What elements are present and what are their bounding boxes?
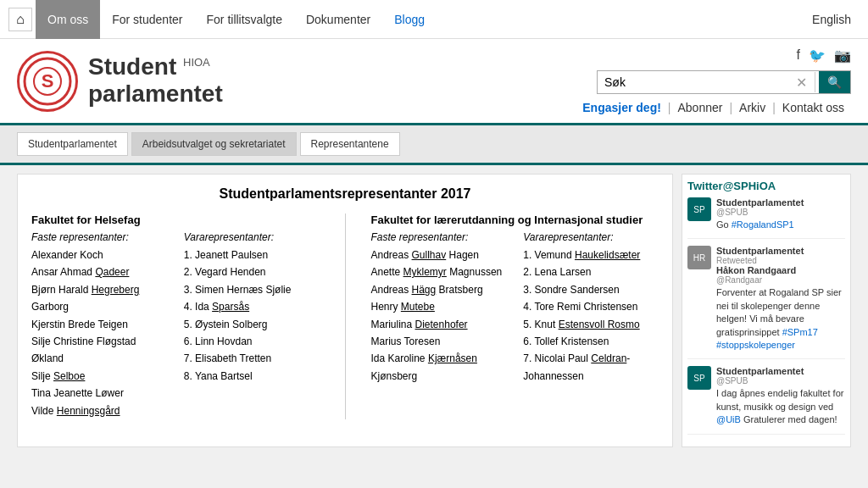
- sub-navigation: Studentparlamentet Arbeidsutvalget og se…: [0, 125, 868, 165]
- tweet-text-1: Go #RogalandSP1: [716, 219, 804, 231]
- vara-laererutdanning-label: Vararepresentanter:: [523, 231, 659, 243]
- instagram-icon[interactable]: 📷: [834, 47, 851, 64]
- search-input[interactable]: [598, 71, 792, 93]
- list-item: Ansar Ahmad Qadeer: [31, 263, 167, 280]
- list-item: Andreas Gullhav Hagen: [371, 247, 507, 263]
- search-clear-icon[interactable]: ✕: [792, 75, 811, 91]
- vara-helsefag-label: Vararepresentanter:: [184, 231, 320, 243]
- faste-laererutdanning-label: Faste representanter:: [371, 231, 507, 243]
- logo-subtitle: parlamentet: [88, 80, 223, 108]
- tweet-avatar-2: HR: [687, 246, 711, 269]
- list-item: 5. Knut Estensvoll Rosmo: [523, 316, 659, 333]
- list-item: Vilde Henningsgård: [31, 402, 167, 419]
- tweet-1: SP Studentparlamentet @SPUB Go #Rogaland…: [687, 197, 845, 239]
- faculties: Fakultet for Helsefag Faste representant…: [31, 214, 659, 419]
- nav-item-for-tillitsvalgte[interactable]: For tillitsvalgte: [195, 0, 294, 39]
- twitter-title: Twitter@SPHiOA: [687, 180, 845, 192]
- list-item: Mariulina Dietenhofer: [371, 316, 507, 333]
- faculty-helsefag: Fakultet for Helsefag Faste representant…: [31, 214, 320, 419]
- abonner-link[interactable]: Abonner: [671, 101, 730, 114]
- faste-helsefag: Faste representanter: Alexander Koch Ans…: [31, 231, 167, 419]
- faculty-divider: [345, 214, 346, 419]
- tweet-content-3: Studentparlamentet @SPUB I dag åpnes end…: [716, 366, 845, 426]
- tweet-user-1: Studentparlamentet: [716, 197, 804, 208]
- tweet-handle-1: @SPUB: [716, 208, 804, 217]
- faculty-laererutdanning: Fakultet for lærerutdanning og Internasj…: [371, 214, 659, 419]
- vara-helsefag-list: 1. Jeanett Paulsen 2. Vegard Henden 3. S…: [184, 247, 320, 385]
- tweet-content-1: Studentparlamentet @SPUB Go #RogalandSP1: [716, 197, 804, 231]
- sub-nav-arbeidsutvalget[interactable]: Arbeidsutvalget og sekretariatet: [131, 132, 297, 156]
- list-item: 1. Jeanett Paulsen: [184, 247, 320, 263]
- tweet-text-2: Forventer at Rogaland SP sier nei til sk…: [716, 286, 845, 352]
- top-navigation: ⌂ Om oss For studenter For tillitsvalgte…: [0, 0, 868, 39]
- tweet-2: HR Studentparlamentet Retweeted Håkon Ra…: [687, 246, 845, 359]
- list-item: Ida Karoline Kjærnåsen Kjønsberg: [371, 350, 507, 385]
- sub-nav-studentparlamentet[interactable]: Studentparlamentet: [17, 132, 128, 156]
- list-item: Silje Christine Fløgstad Økland: [31, 333, 167, 368]
- logo-text: Student HIOA parlamentet: [88, 54, 223, 108]
- list-item: 4. Tore Remi Christensen: [523, 298, 659, 315]
- site-header: S Student HIOA parlamentet f 🐦 📷 ✕ 🔍 Eng…: [0, 39, 868, 125]
- sub-nav-representantene[interactable]: Representantene: [300, 132, 400, 156]
- nav-item-om-oss[interactable]: Om oss: [36, 0, 100, 39]
- list-item: Henry Mutebe: [371, 298, 507, 315]
- facebook-icon[interactable]: f: [797, 47, 800, 64]
- faculty-laererutdanning-reps: Faste representanter: Andreas Gullhav Ha…: [371, 231, 659, 385]
- vara-helsefag: Vararepresentanter: 1. Jeanett Paulsen 2…: [184, 231, 320, 419]
- list-item: 3. Sondre Sandersen: [523, 281, 659, 298]
- faste-laererutdanning-list: Andreas Gullhav Hagen Anette Myklemyr Ma…: [371, 247, 507, 385]
- faste-laererutdanning: Faste representanter: Andreas Gullhav Ha…: [371, 231, 507, 385]
- search-divider: [815, 72, 815, 92]
- header-links: Engasjer deg! | Abonner | Arkiv | Kontak…: [576, 101, 851, 114]
- list-item: Andreas Hägg Bratsberg: [371, 281, 507, 298]
- list-item: 6. Tollef Kristensen: [523, 333, 659, 350]
- list-item: 7. Nicolai Paul Celdran-Johannessen: [523, 350, 659, 385]
- content-area: Studentparlamentsrepresentanter 2017 Fak…: [17, 174, 673, 447]
- tweet-text-3: I dag åpnes endelig fakultet for kunst, …: [716, 387, 845, 426]
- tweet-avatar-1: SP: [687, 197, 711, 221]
- tweet-user-2: Studentparlamentet: [716, 246, 845, 256]
- nav-item-dokumenter[interactable]: Dokumenter: [294, 0, 382, 39]
- main-content: Studentparlamentsrepresentanter 2017 Fak…: [0, 165, 868, 456]
- logo-area: S Student HIOA parlamentet: [17, 51, 529, 112]
- list-item: 2. Vegard Henden: [184, 263, 320, 280]
- list-item: 7. Elisabeth Tretten: [184, 350, 320, 367]
- kontakt-link[interactable]: Kontakt oss: [776, 101, 851, 114]
- twitter-icon[interactable]: 🐦: [809, 47, 826, 64]
- tweet-user-3: Studentparlamentet: [716, 366, 845, 376]
- tweet-avatar-3: SP: [687, 366, 711, 390]
- list-item: Alexander Koch: [31, 247, 167, 263]
- list-item: Anette Myklemyr Magnussen: [371, 263, 507, 280]
- nav-item-blogg[interactable]: Blogg: [382, 0, 437, 39]
- list-item: 8. Yana Bartsel: [184, 368, 320, 385]
- engasjer-link[interactable]: Engasjer deg!: [576, 101, 668, 114]
- list-item: Bjørn Harald Hegreberg Garborg: [31, 281, 167, 316]
- social-icons: f 🐦 📷: [797, 47, 851, 64]
- tweet-content-2: Studentparlamentet Retweeted Håkon Randg…: [716, 246, 845, 352]
- nav-item-for-studenter[interactable]: For studenter: [100, 0, 194, 39]
- faculty-helsefag-reps: Faste representanter: Alexander Koch Ans…: [31, 231, 320, 419]
- faste-helsefag-list: Alexander Koch Ansar Ahmad Qadeer Bjørn …: [31, 247, 167, 419]
- faculty-helsefag-title: Fakultet for Helsefag: [31, 214, 320, 226]
- list-item: Silje Selboe: [31, 368, 167, 385]
- list-item: 3. Simen Hernæs Sjølie: [184, 281, 320, 298]
- list-item: Marius Toresen: [371, 333, 507, 350]
- list-item: 6. Linn Hovdan: [184, 333, 320, 350]
- faculty-laererutdanning-title: Fakultet for lærerutdanning og Internasj…: [371, 214, 659, 226]
- list-item: 1. Vemund Haukelidsæter: [523, 247, 659, 263]
- search-button[interactable]: 🔍: [819, 71, 850, 93]
- list-item: 2. Lena Larsen: [523, 263, 659, 280]
- list-item: 4. Ida Sparsås: [184, 298, 320, 315]
- logo-icon: S: [17, 51, 78, 112]
- arkiv-link[interactable]: Arkiv: [732, 101, 772, 114]
- list-item: Kjerstin Brede Teigen: [31, 316, 167, 333]
- home-icon[interactable]: ⌂: [8, 8, 32, 31]
- faste-helsefag-label: Faste representanter:: [31, 231, 167, 243]
- tweet-subuser-2: Håkon Randgaard: [716, 265, 845, 275]
- content-title: Studentparlamentsrepresentanter 2017: [31, 186, 659, 202]
- language-english[interactable]: English: [812, 13, 860, 26]
- svg-text:S: S: [42, 70, 54, 92]
- tweet-subhandle-2: @Randgaar: [716, 275, 845, 285]
- twitter-sidebar: Twitter@SPHiOA SP Studentparlamentet @SP…: [682, 174, 851, 447]
- tweet-handle-3: @SPUB: [716, 376, 845, 385]
